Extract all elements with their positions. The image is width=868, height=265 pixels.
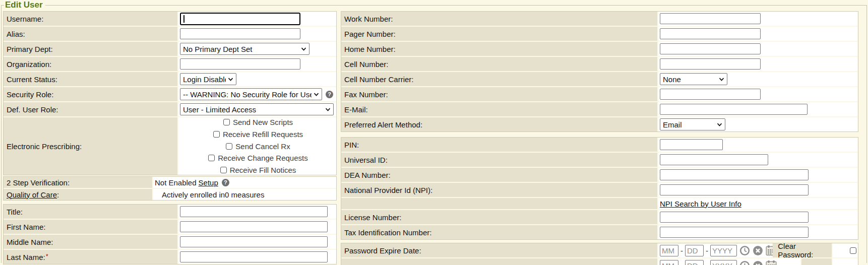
field-label-cell — [341, 258, 657, 265]
month-input[interactable] — [660, 260, 678, 265]
universal-id-input[interactable] — [660, 154, 768, 165]
field-label: Title: — [7, 208, 23, 216]
left-column: Username:Alias:Primary Dept:No Primary D… — [3, 11, 337, 264]
field-value-cell — [178, 220, 336, 234]
help-icon[interactable] — [222, 179, 229, 186]
row-electronic-prescribing: Electronic Prescribing:Send New ScriptsR… — [4, 117, 336, 175]
license-number-input[interactable] — [660, 212, 809, 223]
field-label: Electronic Prescribing: — [7, 142, 82, 151]
field-value-cell — [658, 87, 858, 101]
day-input[interactable] — [685, 260, 704, 265]
def-user-role-select[interactable]: User - Limited Access — [180, 103, 334, 115]
field-label: Security Role: — [7, 90, 53, 99]
chevron-down-icon — [228, 78, 233, 81]
field-label-cell: Last Name:* — [4, 250, 177, 264]
field-value-cell: Send New ScriptsReceive Refill RequestsS… — [178, 117, 336, 175]
field-label-cell: Home Number: — [341, 42, 657, 56]
row-last-name: Last Name:* — [4, 250, 336, 264]
edit-user-panel: Edit User Username:Alias:Primary Dept:No… — [1, 0, 867, 263]
selected-option-label: Email — [663, 120, 682, 129]
field-label: 2 Step Verification: — [7, 178, 70, 187]
username-input[interactable] — [180, 13, 300, 25]
row-work-number: Work Number: — [341, 12, 858, 26]
month-input[interactable] — [660, 245, 678, 256]
current-status-select[interactable]: Login Disabled — [180, 73, 236, 85]
send-new-scripts-checkbox[interactable] — [223, 119, 230, 125]
quality-of-care-link[interactable]: Quality of Care — [7, 190, 57, 199]
field-label-cell: E-Mail: — [341, 102, 657, 116]
clear-password-checkbox[interactable] — [850, 247, 856, 254]
field-value-cell: Login Disabled — [178, 72, 336, 86]
field-label: Alias: — [7, 30, 25, 38]
middle-name-input[interactable] — [180, 236, 328, 247]
cell-number-input[interactable] — [660, 58, 761, 70]
row-universal-id: Universal ID: — [341, 153, 858, 167]
day-input[interactable] — [685, 245, 704, 256]
form-columns: Username:Alias:Primary Dept:No Primary D… — [3, 11, 865, 265]
field-label: Username: — [7, 15, 43, 23]
field-value-cell — [658, 42, 858, 56]
selected-option-label: User - Limited Access — [183, 105, 256, 114]
checkbox-option: Receive Change Requests — [208, 153, 307, 163]
field-label: Current Status: — [7, 75, 57, 84]
year-input[interactable] — [710, 245, 737, 256]
clear-icon[interactable] — [753, 260, 763, 265]
alias-input[interactable] — [180, 28, 300, 39]
field-label-cell: DEA Number: — [341, 168, 657, 182]
field-label: Cell Number: — [344, 60, 389, 69]
pager-number-input[interactable] — [660, 28, 761, 39]
national-provider-id-npi-input[interactable] — [660, 184, 809, 195]
row-2-step-verification: 2 Step Verification:Not EnabledSetup — [4, 177, 336, 188]
preferred-alert-method-select[interactable]: Email — [660, 118, 725, 130]
pin-input[interactable] — [660, 139, 723, 150]
title-input[interactable] — [180, 206, 328, 217]
calendar-icon[interactable] — [766, 260, 777, 265]
field-label-cell: Universal ID: — [341, 153, 657, 167]
field-label: License Number: — [344, 213, 401, 222]
setup-link[interactable]: Setup — [199, 178, 218, 187]
help-icon[interactable] — [326, 91, 333, 98]
row-title: Title: — [4, 205, 336, 219]
field-value-cell — [178, 27, 336, 41]
e-mail-input[interactable] — [660, 104, 808, 115]
dea-number-input[interactable] — [660, 169, 809, 180]
home-number-input[interactable] — [660, 43, 761, 54]
field-label-cell: Organization: — [4, 57, 177, 71]
field-value-cell: Email — [658, 117, 858, 131]
field-label: First Name: — [7, 223, 46, 231]
row-def-user-role: Def. User Role:User - Limited Access — [4, 102, 336, 116]
primary-dept-select[interactable]: No Primary Dept Set — [180, 43, 309, 55]
security-role-select[interactable]: -- WARNING: No Security Role for User! -… — [180, 88, 322, 100]
year-input[interactable] — [710, 260, 737, 265]
clock-icon[interactable] — [739, 245, 750, 256]
clock-icon[interactable] — [739, 260, 750, 265]
clear-icon[interactable] — [753, 245, 763, 256]
field-label: National Provider Id (NPI): — [344, 186, 432, 194]
fax-number-input[interactable] — [660, 89, 761, 100]
row-cell-number: Cell Number: — [341, 57, 858, 71]
name-section: Title:First Name:Middle Name:Last Name:* — [3, 204, 337, 264]
npi-search-by-user-info-link[interactable]: NPI Search by User Info — [660, 200, 741, 208]
receive-refill-requests-checkbox[interactable] — [213, 131, 220, 138]
receive-change-requests-checkbox[interactable] — [208, 155, 215, 161]
field-value-cell: -- WARNING: No Security Role for User! -… — [178, 87, 336, 101]
field-label: Home Number: — [344, 45, 396, 53]
row-current-status: Current Status:Login Disabled — [4, 72, 336, 86]
field-label: Def. User Role: — [7, 105, 58, 114]
clear-password-cell — [833, 258, 858, 265]
field-value-cell — [178, 12, 336, 26]
field-label-cell: Electronic Prescribing: — [4, 117, 177, 175]
send-cancel-rx-checkbox[interactable] — [226, 143, 232, 150]
work-number-input[interactable] — [660, 13, 761, 24]
last-name-input[interactable] — [180, 251, 328, 262]
checkbox-option: Receive Fill Notices — [220, 165, 296, 175]
tax-identification-number-input[interactable] — [660, 227, 809, 238]
receive-fill-notices-checkbox[interactable] — [220, 167, 227, 173]
first-name-input[interactable] — [180, 221, 328, 232]
clear-password-label: Clear Password: — [778, 242, 832, 259]
chevron-down-icon — [325, 108, 331, 111]
field-label: Work Number: — [344, 15, 393, 23]
account-section: Username:Alias:Primary Dept:No Primary D… — [3, 11, 337, 175]
organization-input[interactable] — [180, 58, 300, 70]
cell-number-carrier-select[interactable]: None — [660, 73, 727, 85]
